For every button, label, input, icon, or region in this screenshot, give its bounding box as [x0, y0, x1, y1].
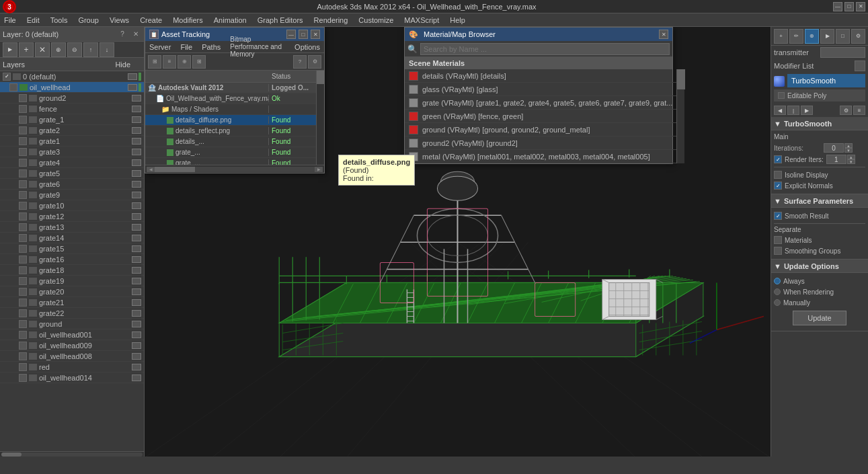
- list-item[interactable]: grate20: [0, 286, 144, 297]
- layer-btn5[interactable]: ⊖: [67, 42, 82, 57]
- layer-visibility-checkbox[interactable]: [19, 148, 27, 156]
- layer-visibility-checkbox[interactable]: [19, 202, 27, 210]
- rt-btn1[interactable]: +: [774, 29, 788, 44]
- layer-hide-box[interactable]: [132, 138, 141, 145]
- menu-file[interactable]: File: [3, 16, 17, 24]
- layer-hide-box[interactable]: [132, 213, 141, 220]
- list-item[interactable]: grate6: [0, 179, 144, 190]
- when-rendering-radio[interactable]: [774, 288, 781, 295]
- update-button[interactable]: Update: [793, 311, 846, 325]
- at-menu-file[interactable]: File: [179, 43, 194, 51]
- nav-btn-pipe[interactable]: |: [787, 106, 799, 115]
- list-item[interactable]: glass (VRayMtl) [glass]: [405, 83, 676, 96]
- layer-visibility-checkbox[interactable]: [9, 83, 17, 91]
- maximize-btn[interactable]: □: [844, 2, 854, 11]
- list-item[interactable]: oil_wellhead008: [0, 351, 144, 362]
- nav-btn-left[interactable]: ◀: [774, 106, 786, 115]
- list-item[interactable]: grate5: [0, 168, 144, 179]
- layer-visibility-checkbox[interactable]: [19, 212, 27, 221]
- rt-btn4[interactable]: ▶: [820, 29, 834, 44]
- layer-hide-box[interactable]: [132, 202, 141, 209]
- list-item[interactable]: grate2: [0, 125, 144, 136]
- layer-visibility-checkbox[interactable]: [19, 116, 27, 124]
- mb-close-btn[interactable]: ✕: [659, 30, 668, 39]
- scrollbar-thumb[interactable]: [317, 71, 325, 84]
- at-toolbar-btn6[interactable]: ⚙: [308, 55, 321, 69]
- at-menu-bitmap[interactable]: Bitmap Performance and Memory: [229, 36, 286, 58]
- list-item[interactable]: grate (VRayMtl) [grate1, grate2, grate4,…: [405, 96, 676, 110]
- layer-hide-box[interactable]: [132, 364, 141, 370]
- layer-btn4[interactable]: ⊕: [51, 42, 66, 57]
- list-item[interactable]: red: [0, 362, 144, 372]
- render-iters-input[interactable]: [826, 155, 846, 164]
- render-up-btn[interactable]: ▲: [847, 155, 855, 159]
- layers-horizontal-scrollbar[interactable]: [0, 451, 144, 457]
- menu-tools[interactable]: Tools: [49, 16, 69, 24]
- layer-visibility-checkbox[interactable]: ✓: [3, 73, 11, 81]
- list-item[interactable]: fence: [0, 104, 144, 114]
- list-item[interactable]: grate19: [0, 276, 144, 286]
- layer-hide-box[interactable]: [132, 331, 141, 338]
- menu-group[interactable]: Group: [77, 16, 100, 24]
- layer-visibility-checkbox[interactable]: [19, 363, 27, 371]
- materials-checkbox[interactable]: [774, 236, 782, 244]
- menu-maxscript[interactable]: MAXScript: [403, 16, 440, 24]
- list-item[interactable]: oil_wellhead: [0, 82, 144, 93]
- scrollbar-thumb[interactable]: [1, 452, 22, 457]
- rt-btn2[interactable]: ✏: [789, 29, 803, 44]
- list-item[interactable]: grate3: [0, 147, 144, 157]
- layer-hide-box[interactable]: [132, 224, 141, 231]
- layers-list[interactable]: ✓0 (default)oil_wellheadground2fencegrat…: [0, 71, 144, 451]
- menu-help[interactable]: Help: [448, 16, 467, 24]
- layer-visibility-checkbox[interactable]: [19, 137, 27, 145]
- list-item[interactable]: grate10: [0, 200, 144, 211]
- layer-visibility-checkbox[interactable]: [19, 374, 27, 382]
- layer-hide-box[interactable]: [132, 374, 141, 381]
- nav-btn-more[interactable]: ≡: [853, 106, 865, 115]
- list-item[interactable]: grate4: [0, 157, 144, 168]
- layer-visibility-checkbox[interactable]: [19, 191, 27, 199]
- list-item[interactable]: details (VRayMtl) [details]: [405, 69, 676, 83]
- list-item[interactable]: grate15: [0, 243, 144, 254]
- at-menu-server[interactable]: Server: [148, 43, 172, 51]
- layer-visibility-checkbox[interactable]: [19, 288, 27, 296]
- layer-help-btn[interactable]: ?: [117, 29, 128, 40]
- layer-hide-box[interactable]: [132, 181, 141, 188]
- layer-hide-box[interactable]: [132, 170, 141, 177]
- mat-scroll-thumb[interactable]: [677, 69, 685, 89]
- layer-visibility-checkbox[interactable]: [19, 223, 27, 231]
- list-item[interactable]: grate16: [0, 254, 144, 265]
- minimize-btn[interactable]: —: [833, 2, 842, 11]
- layer-visibility-checkbox[interactable]: [19, 180, 27, 188]
- at-toolbar-btn2[interactable]: ≡: [163, 55, 176, 69]
- material-search-input[interactable]: [420, 43, 670, 55]
- layer-hide-box[interactable]: [132, 299, 141, 306]
- always-radio[interactable]: [774, 278, 781, 284]
- list-item[interactable]: metal (VRayMtl) [metal001, metal002, met…: [405, 150, 676, 163]
- smooth-result-checkbox[interactable]: ✓: [774, 212, 782, 220]
- layer-visibility-checkbox[interactable]: [19, 266, 27, 274]
- at-toolbar-btn1[interactable]: ⊞: [148, 55, 161, 69]
- layer-select-btn[interactable]: ▶: [3, 42, 17, 57]
- menu-animation[interactable]: Animation: [212, 16, 248, 24]
- iterations-input[interactable]: [824, 143, 844, 153]
- nav-btn-config[interactable]: ⚙: [840, 106, 852, 115]
- table-row[interactable]: details_reflect.png Found: [145, 126, 316, 136]
- list-item[interactable]: grate18: [0, 265, 144, 276]
- layer-hide-box[interactable]: [132, 256, 141, 263]
- menu-edit[interactable]: Edit: [26, 16, 41, 24]
- close-btn[interactable]: ✕: [856, 2, 865, 11]
- modifier-list-dropdown[interactable]: [855, 61, 865, 71]
- at-toolbar-btn5[interactable]: ?: [293, 55, 307, 69]
- layer-btn6[interactable]: ↑: [83, 42, 98, 57]
- layer-visibility-checkbox[interactable]: [19, 105, 27, 113]
- layer-hide-box[interactable]: [132, 310, 141, 317]
- list-item[interactable]: ground2: [0, 93, 144, 104]
- layer-hide-box[interactable]: [132, 95, 141, 102]
- menu-create[interactable]: Create: [139, 16, 163, 24]
- layer-hide-box[interactable]: [132, 149, 141, 155]
- iterations-up-btn[interactable]: ▲: [844, 143, 853, 148]
- rt-btn6[interactable]: ⚙: [851, 29, 865, 44]
- table-row[interactable]: grate_... Found: [145, 158, 316, 165]
- layer-visibility-checkbox[interactable]: [19, 299, 27, 307]
